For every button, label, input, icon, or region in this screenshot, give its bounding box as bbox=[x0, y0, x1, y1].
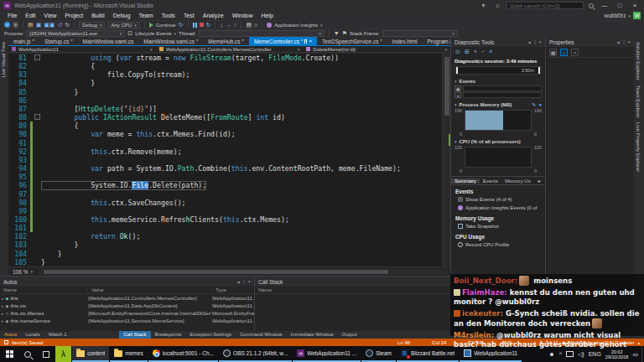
break-all-icon[interactable] bbox=[193, 23, 197, 28]
expand-icon[interactable]: ▸ bbox=[2, 296, 4, 301]
action-center-icon[interactable]: ▭ bbox=[632, 351, 638, 358]
edit-icon[interactable]: ✎ bbox=[532, 101, 536, 107]
window-position-icon[interactable]: ▾ bbox=[237, 279, 240, 285]
task-view-icon[interactable] bbox=[37, 346, 55, 362]
minimize-button[interactable]: — bbox=[599, 3, 610, 8]
tab-output[interactable]: Output bbox=[338, 331, 361, 339]
navigate-forward-icon[interactable]: › bbox=[13, 22, 18, 28]
zoom-level-dropdown[interactable]: 106 %▾ bbox=[10, 269, 35, 275]
code-line[interactable]: 83 file.CopyTo(stream); bbox=[8, 70, 442, 79]
tab-live-visual-tree[interactable]: Live Visual Tree bbox=[1, 42, 6, 78]
undo-icon[interactable]: ↺ bbox=[57, 22, 62, 28]
taskbar-app-content[interactable]: content bbox=[72, 346, 109, 362]
tab-memecontroller-cs[interactable]: MemeController.cs*× bbox=[249, 37, 317, 45]
taskbar-app-obs-21-1-2-64bit-w-[interactable]: OBS 21.1.2 (64bit, w... bbox=[219, 346, 292, 362]
alphabetical-icon[interactable]: ↓ bbox=[560, 49, 568, 56]
network-icon[interactable] bbox=[566, 351, 574, 357]
line-number[interactable]: 90 bbox=[8, 130, 30, 138]
tab-scroll-left-icon[interactable]: ◂ bbox=[534, 178, 543, 184]
tab-text2speechservice-cs[interactable]: Text2SpeechService.cs* bbox=[317, 37, 387, 45]
lambda-app-icon[interactable]: λ bbox=[55, 346, 71, 362]
line-number[interactable]: 100 bbox=[8, 215, 30, 224]
code-line[interactable]: 101 bbox=[8, 224, 442, 232]
line-number[interactable]: 93 bbox=[8, 156, 30, 164]
find-icon[interactable]: ⌂ bbox=[254, 22, 257, 28]
code-line[interactable]: 93 bbox=[8, 156, 442, 164]
breadcrumb-project[interactable]: WebApplication11▾ bbox=[8, 46, 156, 52]
restart-app-icon[interactable]: ↻ bbox=[179, 22, 184, 28]
diagnostics-timeline[interactable]: 3:50m bbox=[454, 66, 542, 75]
start-button[interactable] bbox=[0, 346, 18, 362]
reset-view-icon[interactable]: ≡ bbox=[489, 49, 492, 54]
account-menu[interactable]: wubbl0rz ▾ bbox=[604, 13, 633, 18]
diagnostic-tab-events[interactable]: Events bbox=[480, 178, 501, 184]
properties-header[interactable]: Properties ▾ ⊺ × bbox=[546, 37, 634, 47]
lifecycle-events-icon[interactable]: ⊡ bbox=[127, 30, 132, 37]
tab-mainwindow-xaml-cs[interactable]: MainWindow.xaml.cs* bbox=[138, 37, 203, 45]
line-number[interactable]: 104 bbox=[8, 250, 30, 258]
restore-button[interactable]: □ bbox=[614, 3, 626, 8]
continue-button[interactable]: Continue bbox=[156, 23, 176, 28]
memory-section-header[interactable]: ▾Process Memory (MB)✎● bbox=[451, 99, 545, 108]
step-into-icon[interactable]: ↓ bbox=[220, 22, 223, 28]
solution-configuration-dropdown[interactable]: Debug▾ bbox=[79, 22, 105, 28]
table-row[interactable]: ▸◆this.ctx{WebApplication11.Data.AppDbCo… bbox=[0, 302, 254, 309]
menu-build[interactable]: Build bbox=[87, 13, 109, 18]
line-number[interactable]: 83 bbox=[8, 70, 30, 79]
save-all-icon[interactable]: ▣▣ bbox=[44, 22, 55, 28]
expand-icon[interactable]: ▸ bbox=[2, 303, 4, 308]
taskbar-search-icon[interactable] bbox=[18, 346, 37, 362]
code-line[interactable]: 92 this.ctx.Remove(meme); bbox=[8, 147, 442, 156]
step-over-icon[interactable]: → bbox=[226, 22, 231, 28]
code-line[interactable]: 94 var path = System.IO.Path.Combine(thi… bbox=[8, 164, 442, 173]
tab-call-stack[interactable]: Call Stack bbox=[119, 331, 150, 339]
tab-team-explorer[interactable]: Team Explorer bbox=[636, 85, 641, 118]
diagnostic-tab-summary[interactable]: Summary bbox=[451, 178, 480, 184]
code-line[interactable]: 102 return Ok(); bbox=[8, 232, 442, 240]
categorized-icon[interactable]: ▦ bbox=[549, 49, 557, 56]
zoom-out-icon[interactable]: − bbox=[481, 49, 485, 54]
redo-icon[interactable]: ↻ bbox=[65, 22, 70, 28]
new-file-icon[interactable]: ▤ bbox=[28, 22, 34, 28]
property-pages-icon[interactable]: ⌁ bbox=[571, 49, 579, 56]
line-number[interactable]: 84 bbox=[8, 79, 30, 87]
table-row[interactable]: ▸◇this.ctx.Memes{Microsoft.EntityFramewo… bbox=[0, 309, 254, 317]
close-icon[interactable]: × bbox=[247, 279, 251, 284]
code-line[interactable]: 89 { bbox=[8, 122, 442, 130]
line-number[interactable]: 86 bbox=[8, 96, 30, 105]
search-icon[interactable] bbox=[589, 3, 594, 8]
window-position-icon[interactable]: ▾ bbox=[528, 39, 531, 45]
tab-immediate-window[interactable]: Immediate Window bbox=[287, 331, 338, 339]
code-line[interactable]: 103 } bbox=[8, 240, 442, 249]
code-line[interactable]: 82 { bbox=[8, 62, 442, 70]
menu-edit[interactable]: Edit bbox=[21, 13, 39, 18]
close-icon[interactable]: × bbox=[538, 39, 542, 44]
diagnostic-tab-memory-us[interactable]: Memory Us bbox=[501, 178, 534, 184]
code-line[interactable]: 104 } bbox=[8, 250, 442, 258]
stack-frame-dropdown[interactable]: ▾ bbox=[382, 30, 458, 37]
menu-analyze[interactable]: Analyze bbox=[199, 13, 228, 18]
process-dropdown[interactable]: [18244] WebApplication11.exe▾ bbox=[26, 30, 125, 37]
code-line[interactable]: 105} bbox=[8, 258, 442, 266]
line-number[interactable]: 101 bbox=[8, 224, 30, 232]
editor-vertical-scrollbar[interactable] bbox=[442, 54, 450, 266]
settings-icon[interactable]: ⊙ bbox=[455, 49, 460, 55]
flag-threads-icon[interactable]: ⚑ bbox=[342, 30, 347, 37]
menu-help[interactable]: Help bbox=[257, 13, 278, 18]
application-insights-icon[interactable] bbox=[267, 23, 272, 28]
close-button[interactable]: × bbox=[629, 3, 641, 8]
pin-icon[interactable]: ⊺ bbox=[533, 39, 536, 45]
navigate-back-icon[interactable]: ‹ bbox=[4, 22, 10, 28]
lifecycle-events-dropdown[interactable]: Lifecycle Events bbox=[135, 31, 171, 36]
taskbar-app-steam[interactable]: Steam bbox=[361, 346, 396, 362]
pin-icon[interactable] bbox=[304, 39, 307, 44]
menu-debug[interactable]: Debug bbox=[109, 13, 135, 18]
zoom-in-icon[interactable]: + bbox=[474, 49, 477, 54]
line-number[interactable]: 105 bbox=[8, 258, 30, 266]
feedback-icon[interactable]: ☺ bbox=[492, 3, 503, 8]
tab-mainwindow-xaml-cs[interactable]: MainWindow.xaml.cs bbox=[78, 37, 139, 45]
code-line[interactable]: 96 System.IO.File.Delete(path); bbox=[8, 181, 442, 189]
fold-marker[interactable]: - bbox=[33, 113, 41, 122]
tab-memehub-cs[interactable]: MemeHub.cs* bbox=[203, 37, 249, 45]
tab-locals[interactable]: Locals bbox=[21, 331, 44, 339]
